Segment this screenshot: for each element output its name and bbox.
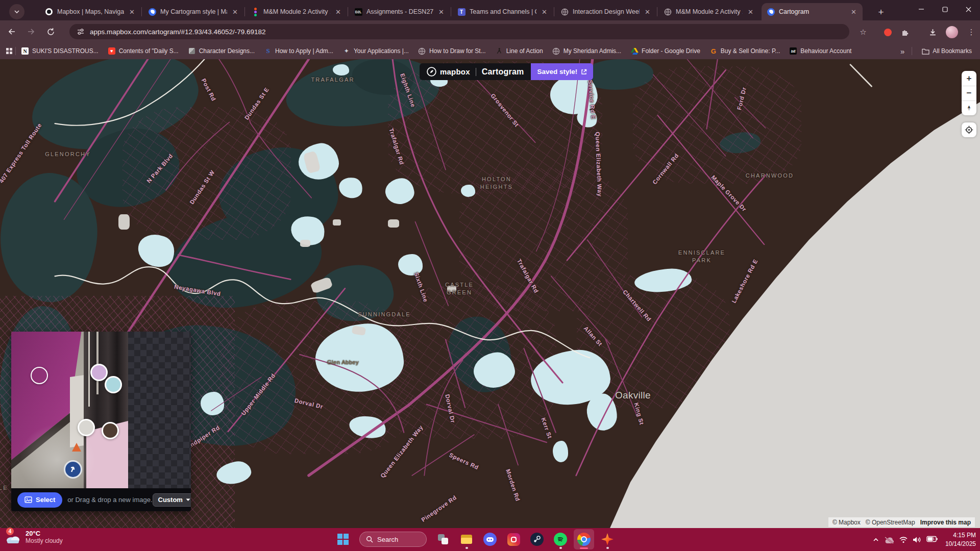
preset-dropdown[interactable]: Custom bbox=[153, 493, 191, 507]
clock-date: 10/14/2025 bbox=[945, 540, 976, 548]
volume-icon[interactable] bbox=[913, 536, 922, 543]
color-picker-ring[interactable] bbox=[31, 367, 48, 384]
color-swatch[interactable] bbox=[78, 419, 95, 436]
downloads-button[interactable] bbox=[926, 26, 939, 39]
task-view-taskbar-button[interactable] bbox=[433, 529, 453, 549]
start-button[interactable] bbox=[333, 529, 353, 549]
forward-button[interactable] bbox=[23, 24, 39, 39]
place-label: TRAFALGAR bbox=[311, 76, 354, 84]
color-swatch[interactable] bbox=[90, 364, 108, 381]
browser-tab[interactable]: TTeams and Channels | Gen✕ bbox=[452, 3, 553, 20]
bookmark-star-button[interactable]: ☆ bbox=[856, 26, 870, 39]
road-kerr-st bbox=[524, 348, 556, 432]
browser-tab[interactable]: D2LAssignments - DESN2742✕ bbox=[349, 3, 450, 20]
tab-close-button[interactable]: ✕ bbox=[334, 8, 342, 16]
bookmark-label: Behaviour Account bbox=[800, 47, 851, 55]
bookmark-item[interactable]: GBuy & Sell Online: P... bbox=[709, 47, 780, 55]
bookmark-item[interactable]: Character Designs... bbox=[188, 47, 255, 55]
reload-button[interactable] bbox=[43, 24, 58, 39]
instagram-taskbar-button[interactable] bbox=[503, 529, 524, 549]
weather-widget[interactable]: 4 20°C Mostly cloudy bbox=[5, 530, 63, 544]
color-swatch[interactable] bbox=[102, 422, 119, 439]
taskbar-search[interactable]: Search bbox=[359, 532, 427, 547]
attrib-osm-link[interactable]: © OpenStreetMap bbox=[866, 519, 915, 526]
site-settings-icon bbox=[77, 28, 85, 36]
minimize-button[interactable] bbox=[910, 0, 933, 18]
road-n-park-blvd bbox=[166, 122, 229, 190]
zoom-in-button[interactable]: + bbox=[962, 71, 976, 86]
tab-close-button[interactable]: ✕ bbox=[231, 8, 239, 16]
close-window-button[interactable] bbox=[957, 0, 980, 18]
starburst-taskbar-button[interactable] bbox=[597, 529, 618, 549]
browser-tab[interactable]: Mapbox | Maps, Navigatio✕ bbox=[40, 3, 141, 20]
brand-divider bbox=[476, 68, 476, 76]
tray-expand-icon[interactable] bbox=[872, 537, 879, 543]
maximize-button[interactable] bbox=[933, 0, 957, 18]
browser-tab[interactable]: M&M Module 2 Activity 1✕ bbox=[658, 3, 760, 20]
bookmark-item[interactable]: ✦Your Applications |... bbox=[342, 47, 409, 55]
discord-taskbar-button[interactable] bbox=[480, 529, 500, 549]
browser-tab-active[interactable]: Cartogram✕ bbox=[762, 3, 863, 20]
bookmark-item[interactable]: SHow to Apply | Adm... bbox=[264, 47, 333, 55]
bookmark-label: Character Designs... bbox=[199, 47, 255, 55]
photo-caution-cone bbox=[72, 443, 81, 452]
zoom-out-button[interactable]: − bbox=[962, 86, 976, 101]
active-app-indicator bbox=[580, 547, 588, 549]
windows-logo-icon bbox=[337, 534, 349, 545]
browser-tab[interactable]: M&M Module 2 Activity 1✕ bbox=[246, 3, 347, 20]
new-tab-button[interactable]: + bbox=[874, 5, 888, 19]
bookmark-item[interactable]: ♥Contents of "Daily S... bbox=[108, 47, 179, 55]
geolocate-button[interactable] bbox=[962, 122, 976, 137]
download-icon bbox=[928, 28, 937, 37]
tab-close-button[interactable]: ✕ bbox=[644, 8, 651, 16]
profile-avatar[interactable] bbox=[945, 26, 959, 39]
attrib-mapbox-link[interactable]: © Mapbox bbox=[832, 519, 861, 526]
place-label: ENNISCLAREPARK bbox=[678, 249, 725, 264]
bookmark-item[interactable]: NSUKI'S DISASTROUS... bbox=[21, 47, 99, 55]
onedrive-paused-icon[interactable] bbox=[884, 536, 894, 544]
source-image-preview[interactable] bbox=[11, 332, 128, 488]
tab-close-button[interactable]: ✕ bbox=[541, 8, 548, 16]
wifi-icon[interactable] bbox=[899, 536, 908, 543]
browser-tab[interactable]: Interaction Design Week✕ bbox=[555, 3, 656, 20]
figma-favicon bbox=[251, 8, 259, 16]
apps-grid-icon[interactable] bbox=[5, 47, 13, 55]
bookmark-item[interactable]: How to Draw for St... bbox=[418, 47, 486, 55]
bookmark-item[interactable]: bEBehaviour Account bbox=[789, 47, 851, 55]
spotify-taskbar-button[interactable] bbox=[550, 529, 571, 549]
bookmark-item[interactable]: My Sheridan Admis... bbox=[552, 47, 621, 55]
browser-menu-button[interactable]: ⋮ bbox=[965, 26, 978, 39]
improve-map-link[interactable]: Improve this map bbox=[920, 519, 971, 526]
color-swatch[interactable] bbox=[105, 376, 122, 393]
bookmark-item[interactable]: Line of Action bbox=[495, 47, 543, 55]
adblock-extension-icon[interactable] bbox=[881, 26, 894, 39]
browser-tab[interactable]: My Cartogram style | Map✕ bbox=[143, 3, 244, 20]
select-image-button[interactable]: Select bbox=[17, 492, 62, 508]
all-bookmarks-button[interactable]: All Bookmarks bbox=[921, 47, 972, 55]
bookmark-item[interactable]: Folder - Google Drive bbox=[630, 47, 700, 55]
blueS-icon: S bbox=[264, 47, 272, 55]
tab-strip: + Mapbox | Maps, Navigatio✕My Cartogram … bbox=[0, 0, 980, 20]
steam-taskbar-button[interactable] bbox=[527, 529, 547, 549]
tab-close-button[interactable]: ✕ bbox=[128, 8, 136, 16]
tab-close-button[interactable]: ✕ bbox=[850, 8, 857, 16]
bookmarks-overflow-button[interactable]: » bbox=[895, 47, 910, 56]
compass-button[interactable]: ▲ ▼ bbox=[962, 101, 976, 115]
tab-close-button[interactable]: ✕ bbox=[437, 8, 445, 16]
tab-close-button[interactable]: ✕ bbox=[747, 8, 754, 16]
saved-style-link[interactable]: Saved style! bbox=[531, 63, 593, 80]
address-bar[interactable]: apps.mapbox.com/cartogram/#12.93/43.4605… bbox=[69, 24, 849, 39]
chrome-taskbar-button[interactable] bbox=[574, 529, 594, 549]
tab-search-button[interactable] bbox=[9, 4, 24, 19]
file-explorer-taskbar-button[interactable] bbox=[456, 529, 477, 549]
taskbar-clock[interactable]: 4:15 PM 10/14/2025 bbox=[945, 531, 976, 548]
battery-icon[interactable] bbox=[926, 535, 938, 544]
tab-separator bbox=[244, 7, 245, 16]
search-icon bbox=[366, 536, 373, 543]
running-app-indicator bbox=[606, 547, 609, 549]
extensions-puzzle-button[interactable] bbox=[898, 26, 912, 39]
map-attribution: © Mapbox © OpenStreetMap Improve this ma… bbox=[828, 517, 975, 527]
bookmark-label: Folder - Google Drive bbox=[642, 47, 700, 55]
preset-label: Custom bbox=[158, 496, 183, 504]
back-button[interactable] bbox=[4, 24, 19, 39]
